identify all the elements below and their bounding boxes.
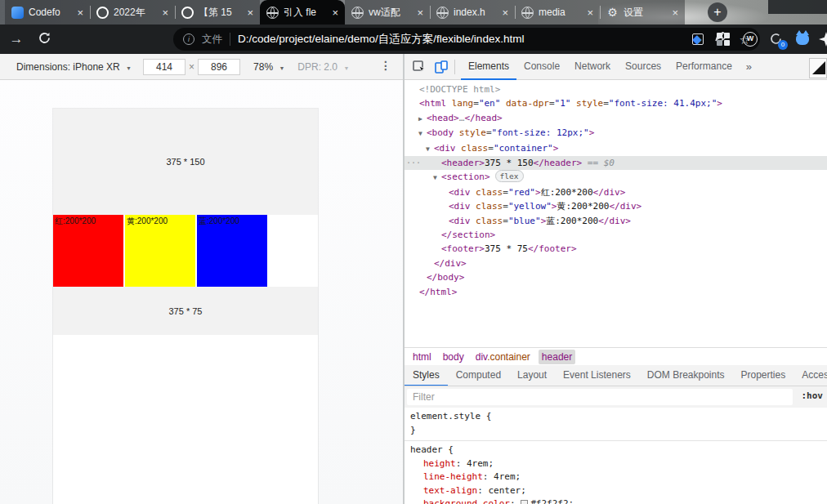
width-input[interactable]: 414 xyxy=(143,59,186,75)
extension-grid-icon[interactable] xyxy=(716,32,731,47)
dom-tree-row[interactable]: <div class="blue">蓝:200*200</div> xyxy=(405,214,827,228)
page-info-icon[interactable]: i xyxy=(183,33,194,45)
styles-tab-properties[interactable]: Properties xyxy=(733,365,794,386)
twisty-down-icon[interactable]: ▼ xyxy=(418,127,427,140)
device-toolbar-menu-icon[interactable]: ⋮ xyxy=(380,59,391,72)
tab-close-icon[interactable]: × xyxy=(417,7,423,18)
browser-tab[interactable]: Codefo× xyxy=(5,0,90,25)
dom-tree-row[interactable]: </section> xyxy=(405,228,827,242)
color-swatch[interactable] xyxy=(521,500,528,504)
tab-title: 【第 15 xyxy=(199,6,242,20)
reload-icon[interactable] xyxy=(36,31,52,47)
dom-tree-row[interactable]: <div class="yellow">黄:200*200</div> xyxy=(405,199,827,213)
browser-tab[interactable]: vw适配× xyxy=(345,0,430,25)
url-text[interactable]: D:/code/project/elaine/demo/自适应方案/flexib… xyxy=(238,32,685,47)
style-property[interactable]: line-height: 4rem; xyxy=(410,471,824,484)
tab-sources[interactable]: Sources xyxy=(618,54,668,80)
new-tab-button[interactable]: + xyxy=(708,2,727,22)
styles-tab-layout[interactable]: Layout xyxy=(509,365,555,386)
code-token: </body> xyxy=(427,272,464,283)
tab-title: vw适配 xyxy=(369,6,412,20)
extension-cat-icon[interactable] xyxy=(796,33,809,45)
style-property[interactable]: background-color: #f2f2f2; xyxy=(410,497,824,504)
extension-sync-icon[interactable]: 0 xyxy=(769,32,784,47)
tab-console[interactable]: Console xyxy=(516,54,567,80)
dom-tree-row[interactable]: </div> xyxy=(405,256,827,270)
breadcrumb-item-body[interactable]: body xyxy=(440,350,467,364)
hover-state-toggle[interactable]: :hov xyxy=(802,390,824,401)
browser-tab[interactable]: ⚙设置× xyxy=(600,0,685,25)
breadcrumb: htmlbodydiv.containerheader xyxy=(405,347,827,365)
corner-triangle-button[interactable] xyxy=(809,58,827,78)
forward-icon[interactable]: → xyxy=(8,31,25,47)
codeforces-icon xyxy=(11,7,24,19)
code-token: > xyxy=(553,143,559,154)
device-toolbar-toggle-icon[interactable] xyxy=(434,60,449,74)
code-token: = xyxy=(549,98,555,109)
breadcrumb-item-header[interactable]: header xyxy=(539,350,575,364)
extension-w-icon[interactable]: W xyxy=(743,32,758,47)
twisty-down-icon[interactable]: ▼ xyxy=(426,142,434,156)
code-token: <section> xyxy=(441,172,490,182)
styles-tab-dom-breakpoints[interactable]: DOM Breakpoints xyxy=(639,365,733,386)
style-property[interactable]: height: 4rem; xyxy=(410,457,824,471)
styles-tab-computed[interactable]: Computed xyxy=(448,365,509,386)
tab-close-icon[interactable]: × xyxy=(672,7,678,18)
tab-close-icon[interactable]: × xyxy=(332,7,338,18)
dom-tree-row[interactable]: ▼<body style="font-size: 12px;"> xyxy=(405,126,827,140)
dom-tree-row[interactable]: </body> xyxy=(405,270,827,284)
dom-tree-row[interactable]: ▼<div class="container"> xyxy=(405,141,827,156)
twisty-down-icon[interactable]: ▼ xyxy=(433,171,441,185)
dom-tree-row[interactable]: <footer>375 * 75</footer> xyxy=(405,242,827,256)
code-token: "container" xyxy=(494,143,553,154)
extension-diamond-icon[interactable]: ◆ xyxy=(690,32,704,47)
dom-tree-row[interactable]: <html lang="en" data-dpr="1" style="font… xyxy=(405,96,827,110)
zoom-select[interactable]: 78% ▼ xyxy=(253,61,284,73)
height-input[interactable]: 896 xyxy=(198,59,240,75)
globe-icon xyxy=(266,7,279,19)
tab-close-icon[interactable]: × xyxy=(502,7,508,18)
code-token: class xyxy=(456,143,489,154)
address-toolbar: → i 文件 D:/code/project/elaine/demo/自适应方案… xyxy=(0,25,827,54)
tab-close-icon[interactable]: × xyxy=(162,7,168,18)
tab-performance[interactable]: Performance xyxy=(668,54,740,80)
code-token: style xyxy=(570,98,603,109)
omnibox[interactable]: i 文件 D:/code/project/elaine/demo/自适应方案/f… xyxy=(173,28,760,51)
breadcrumb-item-div[interactable]: div.container xyxy=(472,350,534,364)
browser-tab[interactable]: index.h× xyxy=(430,0,515,25)
tab-close-icon[interactable]: × xyxy=(587,7,593,18)
tab-close-icon[interactable]: × xyxy=(77,7,83,18)
dimensions-select[interactable]: Dimensions: iPhone XR ▼ xyxy=(16,61,132,73)
styles-tab-styles[interactable]: Styles xyxy=(405,365,448,386)
dom-tree-row[interactable]: ···<header>375 * 150</header> == $0 xyxy=(405,156,827,170)
dpr-select[interactable]: DPR: 2.0 ▼ xyxy=(297,61,349,73)
code-token: </header> xyxy=(534,158,583,168)
gear-icon: ⚙ xyxy=(606,7,619,19)
twisty-right-icon[interactable]: ▶ xyxy=(418,112,427,126)
styles-tab-event-listeners[interactable]: Event Listeners xyxy=(555,365,639,386)
code-token: <div xyxy=(449,201,471,212)
dom-tree-row[interactable]: ▼<section>flex xyxy=(405,170,827,185)
tab-close-icon[interactable]: × xyxy=(247,7,253,18)
dom-tree-row[interactable]: <!DOCTYPE html> xyxy=(405,83,827,96)
more-tabs-icon[interactable]: » xyxy=(740,60,758,73)
browser-tab[interactable]: media× xyxy=(515,0,600,25)
extension-star-icon[interactable] xyxy=(819,32,827,47)
dimension-x-label: × xyxy=(189,61,194,73)
browser-tab[interactable]: 引入 fle× xyxy=(260,0,345,25)
code-token: > xyxy=(535,187,541,198)
browser-tab[interactable]: 【第 15× xyxy=(175,0,260,25)
inspect-element-icon[interactable] xyxy=(412,60,427,74)
filter-input[interactable]: Filter xyxy=(407,389,793,405)
tab-elements[interactable]: Elements xyxy=(461,54,516,80)
breadcrumb-item-html[interactable]: html xyxy=(409,350,435,364)
dom-tree-row[interactable]: ▶<head>…</head> xyxy=(405,111,827,126)
style-property[interactable]: text-align: center; xyxy=(410,484,824,498)
dom-tree-row[interactable]: <div class="red">红:200*200</div> xyxy=(405,185,827,199)
tab-network[interactable]: Network xyxy=(567,54,618,80)
code-token: class xyxy=(471,216,503,226)
browser-tab[interactable]: 2022年× xyxy=(90,0,175,25)
code-token: "1" xyxy=(555,98,571,109)
styles-tab-accessibility[interactable]: Accessibility xyxy=(793,365,827,386)
dom-tree-row[interactable]: </html> xyxy=(405,285,827,299)
